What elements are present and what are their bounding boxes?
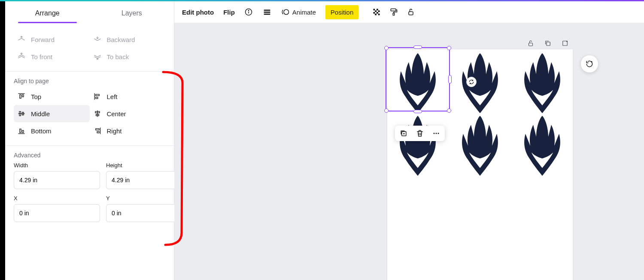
svg-rect-22 [264, 10, 270, 11]
resize-handle-bl[interactable] [384, 108, 389, 113]
svg-rect-62 [540, 74, 544, 75]
logo-graphic[interactable] [450, 50, 510, 116]
svg-rect-64 [416, 119, 419, 120]
flip-label: Flip [223, 9, 235, 16]
forward-label: Forward [31, 36, 55, 43]
svg-rect-51 [477, 65, 484, 66]
resize-handle-tl[interactable] [384, 46, 389, 50]
align-center-button[interactable]: Center [90, 105, 166, 122]
align-middle-button[interactable]: Middle [14, 105, 90, 122]
align-center-icon [93, 109, 102, 118]
svg-rect-58 [539, 62, 545, 63]
edit-photo-label: Edit photo [182, 9, 214, 16]
align-right-icon [93, 126, 102, 135]
animate-button[interactable]: Animate [281, 8, 316, 16]
svg-rect-52 [477, 68, 484, 69]
align-bottom-button[interactable]: Bottom [14, 122, 90, 139]
svg-rect-74 [477, 125, 483, 126]
backward-icon [93, 35, 102, 44]
svg-rect-65 [415, 122, 420, 123]
forward-icon [17, 35, 26, 44]
x-input[interactable] [14, 204, 100, 222]
regenerate-button[interactable] [581, 55, 598, 72]
animate-label: Animate [292, 9, 316, 16]
svg-rect-33 [378, 14, 380, 15]
align-right-button[interactable]: Right [90, 122, 166, 139]
selection-box[interactable] [386, 47, 450, 111]
svg-point-93 [436, 133, 437, 134]
align-bottom-icon [17, 126, 26, 135]
canvas-area[interactable] [174, 23, 644, 280]
window-accent-bar [0, 0, 644, 1]
sync-icon [468, 79, 474, 85]
svg-rect-14 [22, 130, 24, 132]
position-sidebar: Arrange Layers Forward Backward To front… [5, 1, 174, 280]
svg-rect-1 [20, 95, 21, 98]
svg-rect-73 [477, 122, 482, 123]
trash-icon [416, 129, 424, 138]
align-middle-label: Middle [31, 110, 50, 117]
copy-style-button[interactable] [389, 8, 398, 16]
more-icon [432, 129, 440, 138]
width-input[interactable] [14, 171, 100, 189]
svg-rect-5 [95, 97, 97, 99]
svg-rect-56 [541, 56, 544, 57]
logo-graphic[interactable] [512, 113, 573, 179]
page-duplicate-button[interactable] [544, 39, 552, 48]
element-context-toolbar [395, 126, 445, 141]
lock-open-icon [407, 8, 415, 16]
svg-rect-32 [375, 14, 377, 15]
app-rail [0, 1, 5, 280]
backward-label: Backward [107, 36, 135, 43]
logo-graphic[interactable] [512, 50, 573, 116]
svg-rect-54 [477, 74, 482, 75]
context-delete-button[interactable] [415, 128, 425, 138]
svg-rect-37 [529, 43, 533, 46]
to-front-icon [17, 52, 26, 61]
transparency-button[interactable] [372, 8, 381, 16]
page-lock-button[interactable] [526, 39, 535, 48]
resize-handle-t[interactable] [413, 45, 422, 49]
list-button[interactable] [262, 7, 272, 17]
svg-rect-60 [539, 68, 546, 69]
add-page-icon [561, 39, 569, 47]
align-left-button[interactable]: Left [90, 88, 166, 105]
context-more-button[interactable] [431, 128, 441, 138]
refresh-plus-icon [585, 60, 594, 68]
position-label: Position [331, 9, 353, 16]
forward-button: Forward [14, 31, 90, 48]
to-front-button: To front [14, 48, 90, 65]
tab-arrange[interactable]: Arrange [5, 1, 90, 25]
to-back-icon [93, 52, 102, 61]
logo-graphic[interactable] [387, 113, 448, 179]
tab-layers[interactable]: Layers [90, 1, 174, 25]
svg-rect-85 [539, 134, 545, 135]
x-label: X [14, 195, 100, 202]
align-top-button[interactable]: Top [14, 88, 90, 105]
sync-badge[interactable] [466, 77, 477, 87]
to-front-label: To front [31, 53, 52, 60]
svg-point-21 [248, 10, 249, 11]
svg-rect-50 [477, 62, 483, 63]
resize-handle-r[interactable] [448, 75, 452, 84]
svg-rect-86 [540, 137, 544, 138]
flip-button[interactable]: Flip [223, 9, 235, 16]
resize-handle-tr[interactable] [447, 46, 451, 50]
svg-rect-31 [377, 12, 378, 14]
svg-rect-57 [540, 59, 544, 60]
svg-rect-26 [374, 9, 375, 11]
svg-rect-83 [539, 128, 546, 129]
svg-rect-16 [95, 129, 99, 130]
resize-handle-b[interactable] [413, 110, 422, 113]
svg-rect-23 [264, 12, 270, 13]
resize-handle-br[interactable] [447, 108, 451, 113]
lock-button[interactable] [407, 8, 415, 16]
logo-graphic[interactable] [450, 113, 510, 179]
position-button[interactable]: Position [325, 5, 358, 19]
context-duplicate-button[interactable] [398, 128, 409, 138]
svg-rect-84 [539, 131, 546, 132]
info-button[interactable] [244, 8, 253, 16]
page-add-button[interactable] [561, 39, 569, 48]
edit-photo-button[interactable]: Edit photo [182, 9, 214, 16]
svg-rect-39 [563, 41, 568, 46]
